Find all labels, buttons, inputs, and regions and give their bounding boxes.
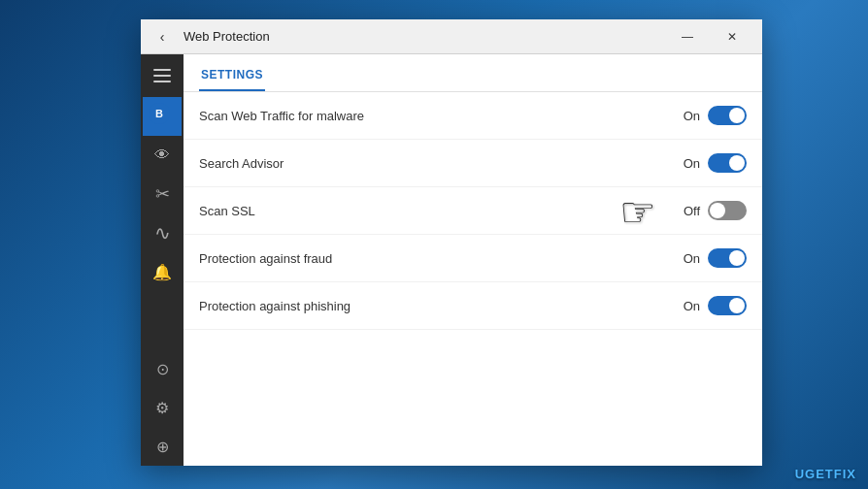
gear-icon: ⚙ bbox=[155, 399, 169, 417]
settings-row-label: Search Advisor bbox=[199, 156, 684, 171]
hamburger-line-2 bbox=[153, 75, 171, 77]
close-button[interactable]: ✕ bbox=[710, 19, 754, 54]
watermark-suffix: FIX bbox=[834, 467, 856, 481]
settings-row: Search AdvisorOn bbox=[184, 140, 762, 187]
tab-settings[interactable]: SETTINGS bbox=[199, 62, 265, 91]
settings-row: Protection against phishingOn bbox=[184, 282, 762, 330]
settings-row-toggle[interactable] bbox=[708, 106, 747, 125]
toggle-thumb bbox=[729, 250, 745, 266]
toggle-track bbox=[708, 248, 747, 268]
settings-row-toggle[interactable] bbox=[708, 201, 747, 220]
sidebar: B 👁 ✂ ∿ 🔔 ⊙ ⚙ ⊕ bbox=[141, 54, 184, 466]
settings-row-status: Off bbox=[684, 204, 700, 218]
watermark-prefix: UG bbox=[795, 467, 817, 481]
window-title: Web Protection bbox=[184, 29, 665, 44]
sidebar-item-shield[interactable]: ⊕ bbox=[143, 427, 182, 466]
settings-row-toggle[interactable] bbox=[708, 153, 747, 173]
toggle-thumb bbox=[710, 203, 725, 218]
settings-row-status: On bbox=[684, 156, 700, 171]
toggle-track bbox=[708, 106, 747, 125]
sidebar-item-gear[interactable]: ⚙ bbox=[143, 388, 182, 427]
sidebar-item-eye[interactable]: 👁 bbox=[143, 136, 182, 175]
settings-row-label: Protection against phishing bbox=[199, 299, 684, 313]
app-window: ‹ Web Protection — ✕ B 👁 ✂ ∿ bbox=[141, 19, 762, 466]
hamburger-line-3 bbox=[153, 81, 171, 82]
chart-icon: ∿ bbox=[154, 221, 171, 244]
toggle-track bbox=[708, 153, 747, 173]
settings-row-status: On bbox=[684, 251, 700, 266]
settings-row-status: On bbox=[684, 109, 700, 123]
settings-row-toggle[interactable] bbox=[708, 296, 747, 315]
settings-row-label: Protection against fraud bbox=[199, 251, 684, 266]
scissors-icon: ✂ bbox=[155, 183, 170, 205]
settings-row-label: Scan Web Traffic for malware bbox=[199, 109, 684, 123]
shield-icon: ⊕ bbox=[156, 438, 169, 456]
hamburger-line-1 bbox=[153, 69, 171, 71]
content-panel: SETTINGS Scan Web Traffic for malwareOnS… bbox=[184, 54, 762, 466]
sidebar-badge: B bbox=[149, 103, 170, 124]
settings-row: Scan Web Traffic for malwareOn bbox=[184, 92, 762, 140]
settings-row-status: On bbox=[684, 299, 700, 313]
settings-list: Scan Web Traffic for malwareOnSearch Adv… bbox=[184, 92, 762, 466]
sidebar-item-bell[interactable]: 🔔 bbox=[143, 252, 182, 291]
back-button[interactable]: ‹ bbox=[149, 23, 176, 50]
bell-icon: 🔔 bbox=[152, 263, 172, 281]
window-controls: — ✕ bbox=[665, 19, 754, 54]
toggle-thumb bbox=[729, 108, 745, 123]
watermark-highlight: ET bbox=[816, 467, 834, 481]
settings-row-toggle[interactable] bbox=[708, 248, 747, 268]
toggle-track bbox=[708, 201, 747, 220]
tab-bar: SETTINGS bbox=[184, 54, 762, 92]
hamburger-button[interactable] bbox=[143, 58, 182, 93]
settings-row-label: Scan SSL bbox=[199, 204, 684, 218]
toggle-thumb bbox=[729, 298, 745, 313]
title-bar: ‹ Web Protection — ✕ bbox=[141, 19, 762, 54]
settings-row: Protection against fraudOn bbox=[184, 235, 762, 282]
sidebar-item-chart[interactable]: ∿ bbox=[143, 213, 182, 252]
sidebar-item-tools[interactable]: ✂ bbox=[143, 175, 182, 213]
sidebar-item-protection[interactable]: B bbox=[143, 97, 182, 136]
minimize-button[interactable]: — bbox=[665, 19, 710, 54]
toggle-thumb bbox=[729, 155, 745, 171]
sidebar-item-person[interactable]: ⊙ bbox=[143, 349, 182, 388]
eye-icon: 👁 bbox=[154, 147, 170, 164]
settings-row: Scan SSLOff bbox=[184, 187, 762, 235]
main-content: B 👁 ✂ ∿ 🔔 ⊙ ⚙ ⊕ bbox=[141, 54, 762, 466]
watermark: UGETFIX bbox=[795, 467, 856, 481]
toggle-track bbox=[708, 296, 747, 315]
person-icon: ⊙ bbox=[156, 360, 169, 378]
